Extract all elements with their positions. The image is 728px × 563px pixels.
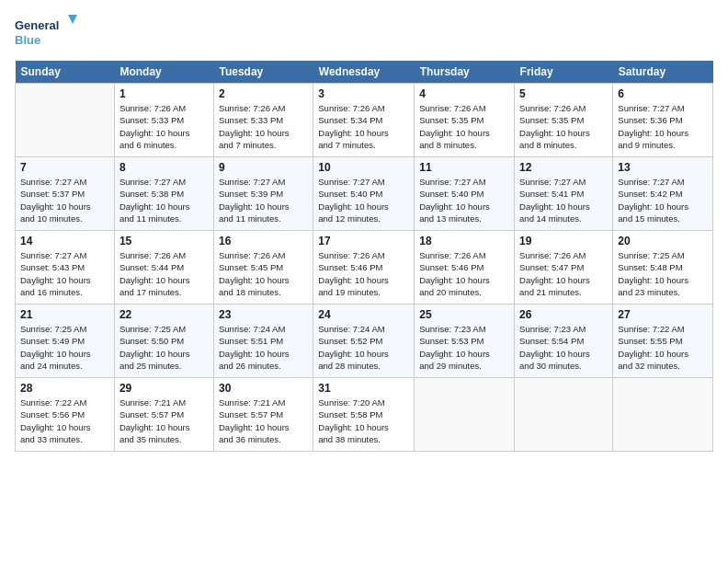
calendar-week-row: 28Sunrise: 7:22 AM Sunset: 5:56 PM Dayli… [16, 378, 713, 452]
day-info: Sunrise: 7:27 AM Sunset: 5:38 PM Dayligh… [119, 176, 209, 224]
calendar-day-cell [415, 378, 515, 452]
calendar-day-cell: 22Sunrise: 7:25 AM Sunset: 5:50 PM Dayli… [114, 304, 213, 378]
calendar-week-row: 14Sunrise: 7:27 AM Sunset: 5:43 PM Dayli… [16, 231, 713, 304]
calendar-day-cell: 14Sunrise: 7:27 AM Sunset: 5:43 PM Dayli… [16, 231, 115, 304]
calendar-week-row: 21Sunrise: 7:25 AM Sunset: 5:49 PM Dayli… [16, 304, 713, 378]
calendar-day-cell: 16Sunrise: 7:26 AM Sunset: 5:45 PM Dayli… [213, 231, 313, 304]
calendar-day-cell: 1Sunrise: 7:26 AM Sunset: 5:33 PM Daylig… [114, 84, 213, 157]
calendar-container: General Blue SundayMondayTuesdayWednesda… [0, 0, 728, 563]
day-info: Sunrise: 7:26 AM Sunset: 5:33 PM Dayligh… [219, 102, 308, 151]
weekday-header-cell: Sunday [16, 61, 115, 84]
day-info: Sunrise: 7:24 AM Sunset: 5:52 PM Dayligh… [318, 323, 409, 372]
calendar-day-cell: 25Sunrise: 7:23 AM Sunset: 5:53 PM Dayli… [415, 304, 515, 378]
day-number: 15 [119, 235, 209, 247]
calendar-day-cell: 13Sunrise: 7:27 AM Sunset: 5:42 PM Dayli… [613, 157, 713, 231]
day-info: Sunrise: 7:27 AM Sunset: 5:39 PM Dayligh… [219, 176, 308, 224]
day-info: Sunrise: 7:25 AM Sunset: 5:49 PM Dayligh… [20, 323, 109, 372]
day-info: Sunrise: 7:22 AM Sunset: 5:56 PM Dayligh… [20, 396, 109, 445]
day-number: 17 [318, 235, 409, 247]
day-info: Sunrise: 7:27 AM Sunset: 5:36 PM Dayligh… [618, 102, 708, 151]
weekday-header-cell: Saturday [613, 61, 713, 84]
day-number: 5 [519, 87, 608, 100]
day-number: 21 [20, 308, 109, 321]
calendar-day-cell [515, 378, 613, 452]
calendar-day-cell: 28Sunrise: 7:22 AM Sunset: 5:56 PM Dayli… [16, 378, 115, 452]
calendar-day-cell: 18Sunrise: 7:26 AM Sunset: 5:46 PM Dayli… [415, 231, 515, 304]
calendar-body: 1Sunrise: 7:26 AM Sunset: 5:33 PM Daylig… [16, 84, 713, 452]
svg-marker-2 [68, 15, 77, 24]
calendar-day-cell: 29Sunrise: 7:21 AM Sunset: 5:57 PM Dayli… [114, 378, 213, 452]
calendar-day-cell: 5Sunrise: 7:26 AM Sunset: 5:35 PM Daylig… [515, 84, 613, 157]
day-info: Sunrise: 7:23 AM Sunset: 5:54 PM Dayligh… [519, 323, 608, 372]
calendar-day-cell: 19Sunrise: 7:26 AM Sunset: 5:47 PM Dayli… [515, 231, 613, 304]
day-number: 1 [119, 87, 209, 100]
day-info: Sunrise: 7:22 AM Sunset: 5:55 PM Dayligh… [618, 323, 708, 372]
day-number: 8 [119, 161, 209, 174]
day-info: Sunrise: 7:26 AM Sunset: 5:33 PM Dayligh… [119, 102, 209, 151]
day-info: Sunrise: 7:21 AM Sunset: 5:57 PM Dayligh… [119, 396, 209, 445]
weekday-header-cell: Thursday [415, 61, 515, 84]
calendar-day-cell: 10Sunrise: 7:27 AM Sunset: 5:40 PM Dayli… [313, 157, 415, 231]
calendar-day-cell: 3Sunrise: 7:26 AM Sunset: 5:34 PM Daylig… [313, 84, 415, 157]
weekday-header-cell: Monday [114, 61, 213, 84]
day-info: Sunrise: 7:27 AM Sunset: 5:43 PM Dayligh… [20, 249, 109, 298]
day-number: 7 [20, 161, 109, 174]
calendar-day-cell: 6Sunrise: 7:27 AM Sunset: 5:36 PM Daylig… [613, 84, 713, 157]
day-info: Sunrise: 7:25 AM Sunset: 5:48 PM Dayligh… [618, 249, 708, 298]
day-number: 22 [119, 308, 209, 321]
day-info: Sunrise: 7:23 AM Sunset: 5:53 PM Dayligh… [419, 323, 509, 372]
day-number: 27 [618, 308, 708, 321]
day-number: 26 [519, 308, 608, 321]
day-number: 6 [618, 87, 708, 100]
day-info: Sunrise: 7:26 AM Sunset: 5:45 PM Dayligh… [219, 249, 308, 298]
weekday-header-cell: Wednesday [313, 61, 415, 84]
day-number: 11 [419, 161, 509, 174]
calendar-day-cell: 11Sunrise: 7:27 AM Sunset: 5:40 PM Dayli… [415, 157, 515, 231]
calendar-week-row: 1Sunrise: 7:26 AM Sunset: 5:33 PM Daylig… [16, 84, 713, 157]
day-number: 12 [519, 161, 608, 174]
day-info: Sunrise: 7:26 AM Sunset: 5:47 PM Dayligh… [519, 249, 608, 298]
calendar-day-cell: 20Sunrise: 7:25 AM Sunset: 5:48 PM Dayli… [613, 231, 713, 304]
calendar-day-cell: 9Sunrise: 7:27 AM Sunset: 5:39 PM Daylig… [213, 157, 313, 231]
day-info: Sunrise: 7:24 AM Sunset: 5:51 PM Dayligh… [219, 323, 308, 372]
day-info: Sunrise: 7:21 AM Sunset: 5:57 PM Dayligh… [219, 396, 308, 445]
logo: General Blue [15, 15, 79, 52]
day-number: 28 [20, 382, 109, 395]
day-number: 13 [618, 161, 708, 174]
day-info: Sunrise: 7:27 AM Sunset: 5:40 PM Dayligh… [419, 176, 509, 224]
day-number: 16 [219, 235, 308, 247]
calendar-day-cell [16, 84, 115, 157]
day-number: 10 [318, 161, 409, 174]
svg-text:Blue: Blue [15, 33, 40, 47]
day-info: Sunrise: 7:27 AM Sunset: 5:42 PM Dayligh… [618, 176, 708, 224]
day-number: 18 [419, 235, 509, 247]
day-info: Sunrise: 7:26 AM Sunset: 5:35 PM Dayligh… [519, 102, 608, 151]
day-number: 23 [219, 308, 308, 321]
calendar-day-cell: 4Sunrise: 7:26 AM Sunset: 5:35 PM Daylig… [415, 84, 515, 157]
calendar-day-cell [613, 378, 713, 452]
calendar-day-cell: 8Sunrise: 7:27 AM Sunset: 5:38 PM Daylig… [114, 157, 213, 231]
day-number: 30 [219, 382, 308, 395]
day-number: 25 [419, 308, 509, 321]
weekday-header-cell: Friday [515, 61, 613, 84]
calendar-day-cell: 23Sunrise: 7:24 AM Sunset: 5:51 PM Dayli… [213, 304, 313, 378]
calendar-day-cell: 12Sunrise: 7:27 AM Sunset: 5:41 PM Dayli… [515, 157, 613, 231]
day-info: Sunrise: 7:26 AM Sunset: 5:34 PM Dayligh… [318, 102, 409, 151]
day-number: 4 [419, 87, 509, 100]
svg-text:General: General [15, 18, 59, 32]
day-number: 20 [618, 235, 708, 247]
day-info: Sunrise: 7:27 AM Sunset: 5:40 PM Dayligh… [318, 176, 409, 224]
day-number: 24 [318, 308, 409, 321]
day-number: 31 [318, 382, 409, 395]
calendar-day-cell: 7Sunrise: 7:27 AM Sunset: 5:37 PM Daylig… [16, 157, 115, 231]
calendar-day-cell: 27Sunrise: 7:22 AM Sunset: 5:55 PM Dayli… [613, 304, 713, 378]
day-number: 19 [519, 235, 608, 247]
calendar-week-row: 7Sunrise: 7:27 AM Sunset: 5:37 PM Daylig… [16, 157, 713, 231]
day-info: Sunrise: 7:25 AM Sunset: 5:50 PM Dayligh… [119, 323, 209, 372]
day-number: 3 [318, 87, 409, 100]
header: General Blue [15, 15, 713, 52]
calendar-table: SundayMondayTuesdayWednesdayThursdayFrid… [15, 61, 713, 452]
day-info: Sunrise: 7:26 AM Sunset: 5:46 PM Dayligh… [318, 249, 409, 298]
calendar-day-cell: 24Sunrise: 7:24 AM Sunset: 5:52 PM Dayli… [313, 304, 415, 378]
weekday-header-cell: Tuesday [213, 61, 313, 84]
